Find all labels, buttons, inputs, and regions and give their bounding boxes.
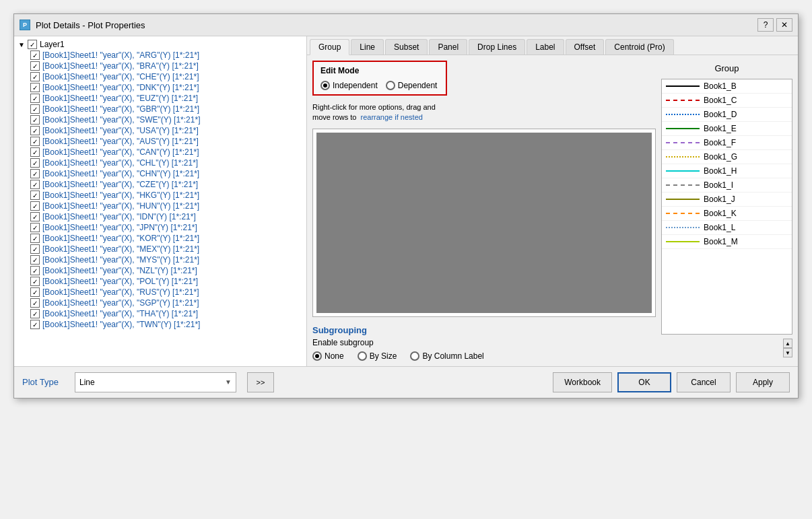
- tab-group[interactable]: Group: [310, 39, 349, 55]
- tree-parent-layer1[interactable]: ▼ Layer1: [15, 39, 305, 50]
- tree-checkbox[interactable]: [30, 115, 40, 125]
- tree-item[interactable]: [Book1]Sheet1! "year"(X), "JPN"(Y) [1*:2…: [15, 222, 305, 233]
- tree-item[interactable]: [Book1]Sheet1! "year"(X), "CHN"(Y) [1*:2…: [15, 168, 305, 179]
- tab-line[interactable]: Line: [351, 39, 384, 55]
- group-item[interactable]: Book1_K: [662, 207, 792, 221]
- tree-checkbox[interactable]: [30, 287, 40, 297]
- tree-checkbox[interactable]: [30, 223, 40, 232]
- apply-button[interactable]: Apply: [736, 372, 790, 392]
- line-preview: [666, 96, 700, 104]
- tree-item[interactable]: [Book1]Sheet1! "year"(X), "SGP"(Y) [1*:2…: [15, 298, 305, 308]
- group-item[interactable]: Book1_H: [662, 164, 792, 178]
- tree-checkbox[interactable]: [30, 94, 40, 103]
- tree-item[interactable]: [Book1]Sheet1! "year"(X), "KOR"(Y) [1*:2…: [15, 233, 305, 244]
- tree-checkbox[interactable]: [30, 266, 40, 275]
- tree-item[interactable]: [Book1]Sheet1! "year"(X), "CHL"(Y) [1*:2…: [15, 158, 305, 168]
- tree-checkbox[interactable]: [30, 191, 40, 200]
- tree-item[interactable]: [Book1]Sheet1! "year"(X), "CZE"(Y) [1*:2…: [15, 179, 305, 190]
- tree-item[interactable]: [Book1]Sheet1! "year"(X), "TWN"(Y) [1*:2…: [15, 319, 305, 330]
- tree-item[interactable]: [Book1]Sheet1! "year"(X), "RUS"(Y) [1*:2…: [15, 287, 305, 298]
- tab-panel[interactable]: Panel: [429, 39, 467, 55]
- tree-item[interactable]: [Book1]Sheet1! "year"(X), "THA"(Y) [1*:2…: [15, 308, 305, 319]
- expand-icon[interactable]: ▼: [17, 40, 26, 49]
- tree-checkbox[interactable]: [30, 83, 40, 92]
- tree-item-label: [Book1]Sheet1! "year"(X), "JPN"(Y) [1*:2…: [42, 223, 197, 232]
- tree-item[interactable]: [Book1]Sheet1! "year"(X), "IDN"(Y) [1*:2…: [15, 211, 305, 222]
- radio-independent[interactable]: Independent: [320, 81, 378, 90]
- group-item[interactable]: Book1_I: [662, 178, 792, 193]
- rearrange-link[interactable]: rearrange if nested: [361, 113, 423, 121]
- tab-centroid[interactable]: Centroid (Pro): [605, 39, 673, 55]
- tree-item-label: [Book1]Sheet1! "year"(X), "MYS"(Y) [1*:2…: [42, 255, 199, 265]
- scroll-up-btn[interactable]: ▲: [783, 339, 792, 348]
- group-name: Book1_G: [704, 152, 737, 162]
- group-item[interactable]: Book1_C: [662, 94, 792, 108]
- tree-checkbox[interactable]: [30, 201, 40, 211]
- tree-checkbox-layer1[interactable]: [28, 40, 37, 49]
- help-button[interactable]: ?: [757, 18, 774, 32]
- tree-item[interactable]: [Book1]Sheet1! "year"(X), "ARG"(Y) [1*:2…: [15, 50, 305, 61]
- radio-none[interactable]: None: [312, 351, 344, 361]
- tree-item-label: [Book1]Sheet1! "year"(X), "KOR"(Y) [1*:2…: [42, 234, 199, 243]
- plot-type-select[interactable]: Line ▼: [75, 372, 236, 392]
- line-preview: [666, 195, 700, 203]
- scroll-down-btn[interactable]: ▼: [783, 348, 792, 357]
- tree-checkbox[interactable]: [30, 180, 40, 189]
- group-item[interactable]: Book1_E: [662, 122, 792, 136]
- tree-item[interactable]: [Book1]Sheet1! "year"(X), "EUZ"(Y) [1*:2…: [15, 93, 305, 104]
- radio-by-column-label[interactable]: By Column Label: [410, 351, 483, 361]
- tree-checkbox[interactable]: [30, 255, 40, 265]
- line-preview: [666, 209, 700, 217]
- tree-item[interactable]: [Book1]Sheet1! "year"(X), "USA"(Y) [1*:2…: [15, 125, 305, 136]
- tree-container[interactable]: ▼ Layer1 [Book1]Sheet1! "year"(X), "ARG"…: [14, 36, 306, 366]
- tree-item[interactable]: [Book1]Sheet1! "year"(X), "GBR"(Y) [1*:2…: [15, 104, 305, 114]
- cancel-button[interactable]: Cancel: [677, 372, 731, 392]
- tree-checkbox[interactable]: [30, 158, 40, 168]
- radio-dependent[interactable]: Dependent: [386, 81, 438, 90]
- group-list-container[interactable]: Book1_B Book1_C: [661, 79, 792, 335]
- group-item[interactable]: Book1_J: [662, 193, 792, 207]
- tree-checkbox[interactable]: [30, 126, 40, 135]
- tree-checkbox[interactable]: [30, 72, 40, 81]
- group-item[interactable]: Book1_M: [662, 235, 792, 249]
- tab-subset[interactable]: Subset: [385, 39, 428, 55]
- group-item[interactable]: Book1_L: [662, 221, 792, 235]
- ok-button[interactable]: OK: [617, 372, 671, 392]
- tree-item[interactable]: [Book1]Sheet1! "year"(X), "MEX"(Y) [1*:2…: [15, 244, 305, 254]
- tab-drop-lines[interactable]: Drop Lines: [469, 39, 525, 55]
- group-item[interactable]: Book1_G: [662, 150, 792, 164]
- tab-offset[interactable]: Offset: [566, 39, 605, 55]
- tree-checkbox[interactable]: [30, 169, 40, 178]
- close-button[interactable]: ✕: [776, 18, 792, 32]
- tree-item[interactable]: [Book1]Sheet1! "year"(X), "HUN"(Y) [1*:2…: [15, 201, 305, 211]
- tree-checkbox[interactable]: [30, 212, 40, 221]
- tree-checkbox[interactable]: [30, 309, 40, 318]
- group-item[interactable]: Book1_F: [662, 136, 792, 150]
- arrow-forward-button[interactable]: >>: [247, 372, 274, 392]
- tree-checkbox[interactable]: [30, 104, 40, 114]
- tab-label[interactable]: Label: [527, 39, 564, 55]
- radio-by-size[interactable]: By Size: [358, 351, 397, 361]
- tree-item[interactable]: [Book1]Sheet1! "year"(X), "NZL"(Y) [1*:2…: [15, 265, 305, 276]
- tree-checkbox[interactable]: [30, 50, 40, 60]
- tree-item[interactable]: [Book1]Sheet1! "year"(X), "MYS"(Y) [1*:2…: [15, 254, 305, 265]
- tree-item[interactable]: [Book1]Sheet1! "year"(X), "SWE"(Y) [1*:2…: [15, 114, 305, 125]
- tree-item[interactable]: [Book1]Sheet1! "year"(X), "HKG"(Y) [1*:2…: [15, 190, 305, 201]
- tree-checkbox[interactable]: [30, 277, 40, 286]
- tree-item[interactable]: [Book1]Sheet1! "year"(X), "CHE"(Y) [1*:2…: [15, 71, 305, 82]
- tree-checkbox[interactable]: [30, 298, 40, 308]
- tree-item[interactable]: [Book1]Sheet1! "year"(X), "BRA"(Y) [1*:2…: [15, 61, 305, 71]
- tree-item[interactable]: [Book1]Sheet1! "year"(X), "POL"(Y) [1*:2…: [15, 276, 305, 287]
- group-item[interactable]: Book1_D: [662, 108, 792, 122]
- tree-checkbox[interactable]: [30, 147, 40, 157]
- tree-checkbox[interactable]: [30, 234, 40, 243]
- tree-checkbox[interactable]: [30, 244, 40, 254]
- group-item[interactable]: Book1_B: [662, 79, 792, 94]
- workbook-button[interactable]: Workbook: [553, 372, 612, 392]
- tree-item[interactable]: [Book1]Sheet1! "year"(X), "AUS"(Y) [1*:2…: [15, 136, 305, 147]
- tree-checkbox[interactable]: [30, 137, 40, 146]
- tree-checkbox[interactable]: [30, 61, 40, 71]
- tree-item[interactable]: [Book1]Sheet1! "year"(X), "DNK"(Y) [1*:2…: [15, 82, 305, 93]
- tree-checkbox[interactable]: [30, 320, 40, 329]
- tree-item[interactable]: [Book1]Sheet1! "year"(X), "CAN"(Y) [1*:2…: [15, 147, 305, 158]
